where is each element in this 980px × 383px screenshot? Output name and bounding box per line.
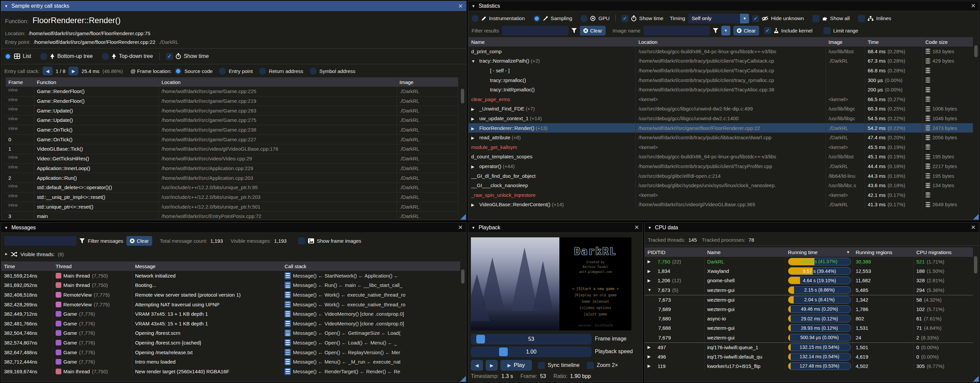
resize-grip[interactable] [460,214,466,220]
radio-bottom-up[interactable] [40,53,47,60]
statistics-row[interactable]: [ - self - ] /home/wolf/darkrl/contrib/t… [469,66,973,75]
scrollbar-thumb[interactable] [974,256,977,274]
expand-icon[interactable]: ▼ [471,59,479,63]
expand-icon[interactable]: ▼ [648,288,655,292]
filter-results-input[interactable] [502,26,568,35]
expand-icon[interactable]: ▶ [648,354,655,359]
call-stack-text[interactable]: Message() ← Work() ← execute_native_thre… [293,292,406,298]
cpu-row[interactable]: 7,689 wezterm-gui 49.46 ms (0.20%) 1,786… [645,304,973,314]
message-row[interactable]: 382,504,746ns Game(7,776) Opening /fores… [2,328,460,338]
message-row[interactable]: 381,692,052ns Main thread(7,750) Booting… [2,280,460,290]
col-name[interactable]: Name [469,37,636,46]
call-stack-row[interactable]: inline Application::InnerLoop() /home/wo… [6,164,458,173]
titlebar-statistics[interactable]: ▼ Statistics ✕ [468,1,979,11]
view-mode-bottom-up[interactable]: Bottom-up tree [40,53,93,60]
close-icon[interactable]: ✕ [971,2,976,9]
checkbox-include-kernel[interactable]: ✓ [764,27,771,34]
play-button[interactable]: ▶Play [500,360,532,370]
expand-icon[interactable]: ▶ [648,278,655,283]
sync-timeline-toggle[interactable]: Sync timeline [538,362,579,369]
expand-icon[interactable]: ▼ [4,252,8,256]
col-cpu-migrations[interactable]: CPU migrations [914,247,973,257]
checkbox-inlines[interactable] [858,15,865,22]
collapse-icon[interactable]: ▼ [648,226,652,229]
limit-range-toggle[interactable]: Limit range [824,27,858,34]
call-stack-row[interactable]: inline Game::RenderFloor() /home/wolf/da… [6,87,458,97]
checkbox-show-all[interactable] [813,15,819,22]
col-image[interactable]: Image [397,78,458,87]
cpu-row[interactable]: ▶7,750(22) DarkRL 10.04 s (41.37%) 30,38… [645,257,973,266]
call-stack-text[interactable]: Message() ← Run() ← main ← __libc_start_… [293,282,402,288]
col-code-size[interactable]: Code size [923,37,973,46]
cpu-row[interactable]: 7,680 async-io 29.02 ms (0.12%) 802 61(7… [645,314,973,323]
expand-icon[interactable]: ▶ [471,165,479,169]
timing-select[interactable]: Self only ▼ [688,14,749,24]
view-mode-top-down[interactable]: Top-down tree [102,53,153,60]
checkbox-limit-range[interactable] [824,27,830,34]
funnel-icon[interactable] [713,28,718,33]
call-stack-icon[interactable] [285,272,291,279]
call-stack-text[interactable]: Message() ← Open() ← Load() ← Menu() ← _ [293,340,397,345]
chevron-down-icon[interactable]: ▼ [740,14,749,24]
call-stack-text[interactable]: Message() ← Open() ← ReplayVersion() ← M… [293,350,400,355]
statistics-row[interactable]: module_get_kallsym <kernel> <kernel> 45.… [469,142,973,152]
statistics-row[interactable]: __GI_dl_find_dso_for_object /usr/src/deb… [469,171,973,181]
call-stack-text[interactable]: Message() ← StartNetwork() ← Application… [293,273,399,279]
call-stack-icon[interactable] [285,339,291,346]
inlines-toggle[interactable]: Inlines [858,15,891,22]
collapse-icon[interactable]: ▼ [4,4,8,8]
col-time[interactable]: Time [2,261,53,271]
next-stack-button[interactable]: ▶ [68,66,78,75]
location-value[interactable]: /home/wolf/darkrl/src/game/floor/FloorRe… [29,30,151,36]
call-stack-row[interactable]: 1 VideoGLBase::Tick() /home/wolf/darkrl/… [6,144,458,154]
expand-icon[interactable]: ▶ [648,269,655,274]
titlebar-playback[interactable]: ▼ Playback ✕ [468,223,643,233]
col-location[interactable]: Location [636,37,826,46]
radio-source-code[interactable] [175,68,181,74]
cpu-row[interactable]: ▶1,834 Xwayland 9.57 s (39.44%) 12,553 1… [645,266,973,275]
message-row[interactable]: 389,169,674ns Main thread(7,750) New ren… [2,367,460,376]
call-stack-text[interactable]: Message() ← VideoMemory() [clone .constp… [293,311,404,317]
radio-top-down[interactable] [102,53,109,60]
col-frame[interactable]: Frame [6,78,34,87]
close-icon[interactable]: ✕ [635,224,639,231]
chevron-down-icon[interactable]: ▼ [721,26,730,35]
frame-loc-source[interactable]: Source code [175,68,213,74]
expand-icon[interactable]: ▶ [471,117,479,121]
statistics-row[interactable]: ▶VideoGLBase::RenderContent() (+14) /hom… [469,200,973,210]
checkbox-show-frame-images[interactable] [298,237,305,244]
expand-icon[interactable]: ▶ [471,107,479,111]
mode-instrumentation[interactable]: Instrumentation [472,15,525,22]
checkbox-sync-timeline[interactable] [538,362,545,369]
cpu-row[interactable]: 7,679 wezterm-gui 500.94 µs (0.00%) 24 2… [645,333,973,342]
next-frame-button[interactable]: ▶ [486,360,498,370]
col-name[interactable]: Name [705,247,785,257]
call-stack-icon[interactable] [285,310,291,317]
radio-sampling[interactable] [533,15,540,22]
statistics-row[interactable]: __GI___clock_nanosleep /usr/src/debug/gl… [469,180,973,190]
cpu-row[interactable]: ▶497 irq/176-iwlwifi:queue_1 132.15 ms (… [645,342,973,352]
statistics-row[interactable]: ▶read_attribute (+8) /home/wolf/darkrl/c… [469,133,973,142]
playback-speed-slider[interactable]: 1.00 [471,347,592,357]
prev-frame-button[interactable]: ◀ [471,360,483,370]
funnel-icon[interactable] [571,28,577,33]
mode-gpu[interactable]: GPU [581,15,610,22]
clear-filter-button[interactable]: Clear [580,26,606,35]
col-image[interactable]: Image [826,37,865,46]
col-call-stack[interactable]: Call stack [282,261,460,271]
radio-gpu[interactable] [581,15,587,22]
call-stack-row[interactable]: inline Game::Update() /home/wolf/darkrl/… [6,116,458,125]
call-stack-row[interactable]: 0 Game::OnTick() /home/wolf/darkrl/src/g… [6,135,458,144]
call-stack-row[interactable]: 2 Application::Run() /home/wolf/darkrl/s… [6,173,458,183]
message-row[interactable]: 382,428,269ns RemoteView(7,775) Attempti… [2,300,460,309]
zoom-2x-toggle[interactable]: Zoom 2× [587,362,618,369]
statistics-row[interactable]: d_print_comp /usr/src/debug/gcc-build/x8… [469,46,973,56]
show-time-toggle[interactable]: ✓ Show time [621,15,663,22]
radio-instrumentation[interactable] [472,15,479,22]
message-row[interactable]: 382,712,444ns Game(7,776) Intro menu loa… [2,357,460,367]
resize-grip[interactable] [973,376,978,381]
hide-unknown-toggle[interactable]: ✓ Hide unknown [752,15,804,22]
close-icon[interactable]: ✕ [971,224,976,231]
statistics-row[interactable]: ▼tracy::NormalizePath() (+2) /home/wolf/… [469,56,973,66]
col-running-regions[interactable]: Running regions [853,247,914,257]
